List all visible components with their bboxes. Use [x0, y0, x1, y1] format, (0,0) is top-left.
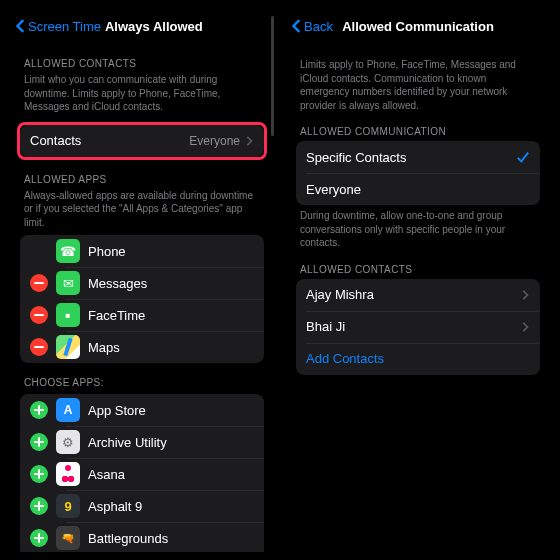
app-label: Messages [88, 276, 254, 291]
contacts-row-value: Everyone [189, 134, 240, 148]
back-button[interactable]: Back [290, 19, 333, 34]
option-label: Specific Contacts [306, 150, 516, 165]
chevron-right-icon [244, 136, 254, 146]
app-icon [56, 494, 80, 518]
contact-name: Bhai Ji [306, 319, 520, 334]
chevron-left-icon [14, 19, 28, 33]
add-icon[interactable] [30, 433, 48, 451]
add-contacts-button[interactable]: Add Contacts [296, 343, 540, 375]
section-footer-allowed-contacts: Limit who you can communicate with durin… [24, 73, 260, 114]
communication-options-list: Specific ContactsEveryone [296, 141, 540, 205]
contacts-row[interactable]: Contacts Everyone [20, 125, 264, 157]
contact-name: Ajay Mishra [306, 287, 520, 302]
remove-icon[interactable] [30, 274, 48, 292]
app-icon [56, 430, 80, 454]
back-label: Screen Time [28, 19, 101, 34]
nav-bar: Back Allowed Communication [284, 8, 552, 44]
allowed-apps-list: PhoneMessagesFaceTimeMaps [20, 235, 264, 363]
add-icon[interactable] [30, 529, 48, 547]
section-header-allowed-communication: ALLOWED COMMUNICATION [300, 126, 536, 137]
section-header-allowed-apps: ALLOWED APPS [24, 174, 260, 185]
back-button[interactable]: Screen Time [14, 19, 101, 34]
highlight-annotation: Contacts Everyone [17, 122, 267, 160]
app-label: Phone [88, 244, 254, 259]
app-label: App Store [88, 403, 254, 418]
section-header-allowed-contacts: ALLOWED CONTACTS [24, 58, 260, 69]
choose-app-row[interactable]: App Store [20, 394, 264, 426]
back-label: Back [304, 19, 333, 34]
intro-text: Limits apply to Phone, FaceTime, Message… [300, 58, 536, 112]
app-label: FaceTime [88, 308, 254, 323]
app-icon [56, 303, 80, 327]
contacts-row-label: Contacts [30, 133, 189, 148]
app-label: Archive Utility [88, 435, 254, 450]
remove-icon[interactable] [30, 338, 48, 356]
section-header-allowed-contacts: ALLOWED CONTACTS [300, 264, 536, 275]
choose-app-row[interactable]: Archive Utility [20, 426, 264, 458]
communication-option[interactable]: Everyone [296, 173, 540, 205]
screen-always-allowed: Screen Time Always Allowed ALLOWED CONTA… [8, 8, 276, 552]
allowed-contacts-list: Ajay MishraBhai JiAdd Contacts [296, 279, 540, 375]
app-label: Battlegrounds [88, 531, 254, 546]
app-icon [56, 462, 80, 486]
add-contacts-label: Add Contacts [306, 351, 530, 366]
communication-option[interactable]: Specific Contacts [296, 141, 540, 173]
section-header-choose-apps: CHOOSE APPS: [24, 377, 260, 388]
screen-allowed-communication: Back Allowed Communication Limits apply … [284, 8, 552, 552]
page-title: Always Allowed [105, 19, 203, 34]
app-label: Asphalt 9 [88, 499, 254, 514]
add-icon[interactable] [30, 401, 48, 419]
nav-bar: Screen Time Always Allowed [8, 8, 276, 44]
app-icon [56, 271, 80, 295]
remove-icon[interactable] [30, 306, 48, 324]
add-icon[interactable] [30, 465, 48, 483]
contact-row[interactable]: Ajay Mishra [296, 279, 540, 311]
choose-app-row[interactable]: Battlegrounds [20, 522, 264, 552]
add-icon[interactable] [30, 497, 48, 515]
page-title: Allowed Communication [342, 19, 494, 34]
app-icon [56, 239, 80, 263]
app-icon [56, 398, 80, 422]
allowed-app-row[interactable]: FaceTime [20, 299, 264, 331]
allowed-app-row[interactable]: Maps [20, 331, 264, 363]
allowed-app-row[interactable]: Phone [20, 235, 264, 267]
section-footer-allowed-apps: Always-allowed apps are available during… [24, 189, 260, 230]
section-footer-allowed-communication: During downtime, allow one-to-one and gr… [300, 209, 536, 250]
chevron-right-icon [520, 290, 530, 300]
app-icon [56, 335, 80, 359]
option-label: Everyone [306, 182, 530, 197]
chevron-right-icon [520, 322, 530, 332]
app-label: Maps [88, 340, 254, 355]
allowed-app-row[interactable]: Messages [20, 267, 264, 299]
choose-app-row[interactable]: Asana [20, 458, 264, 490]
app-label: Asana [88, 467, 254, 482]
choose-app-row[interactable]: Asphalt 9 [20, 490, 264, 522]
checkmark-icon [516, 150, 530, 164]
chevron-left-icon [290, 19, 304, 33]
app-icon [56, 526, 80, 550]
choose-apps-list: App StoreArchive UtilityAsanaAsphalt 9Ba… [20, 394, 264, 552]
contact-row[interactable]: Bhai Ji [296, 311, 540, 343]
